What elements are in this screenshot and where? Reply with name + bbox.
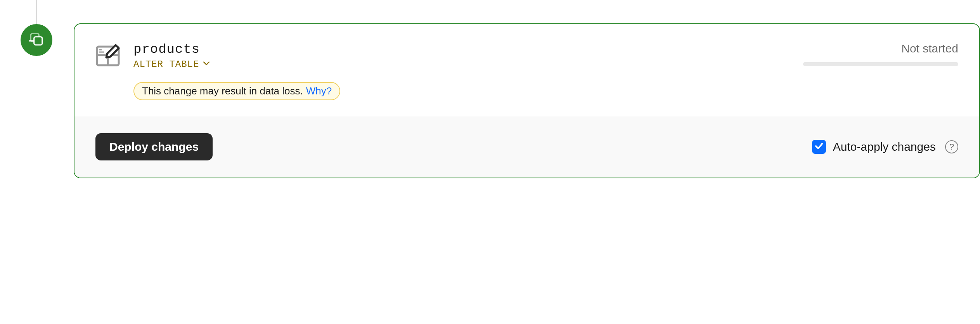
status-text: Not started bbox=[901, 42, 958, 55]
card-body: products ALTER TABLE Not started bbox=[74, 24, 979, 116]
check-icon bbox=[814, 141, 824, 152]
operation-label: ALTER TABLE bbox=[133, 59, 199, 70]
item-row: products ALTER TABLE Not started bbox=[95, 42, 958, 70]
card-footer: Deploy changes Auto-apply changes ? bbox=[74, 116, 979, 178]
change-card: products ALTER TABLE Not started bbox=[74, 23, 980, 178]
svg-rect-1 bbox=[34, 37, 42, 45]
timeline-badge bbox=[21, 24, 52, 56]
progress-bar bbox=[803, 62, 958, 66]
warning-pill: This change may result in data loss. Why… bbox=[133, 82, 340, 100]
auto-apply-checkbox[interactable] bbox=[812, 140, 826, 154]
overlap-squares-icon bbox=[28, 31, 45, 49]
help-icon[interactable]: ? bbox=[945, 140, 958, 153]
operation-dropdown[interactable]: ALTER TABLE bbox=[133, 59, 782, 70]
warning-why-link[interactable]: Why? bbox=[306, 85, 332, 97]
auto-apply-label: Auto-apply changes bbox=[833, 140, 936, 153]
timeline-column bbox=[0, 0, 74, 56]
item-details: products ALTER TABLE bbox=[133, 42, 782, 70]
deploy-panel: products ALTER TABLE Not started bbox=[0, 0, 980, 178]
table-name: products bbox=[133, 42, 782, 57]
chevron-down-icon bbox=[203, 59, 210, 70]
table-edit-icon bbox=[95, 44, 120, 68]
timeline-connector bbox=[36, 0, 37, 24]
warning-message: This change may result in data loss. bbox=[142, 85, 303, 97]
footer-right: Auto-apply changes ? bbox=[812, 140, 958, 154]
status-column: Not started bbox=[795, 42, 958, 66]
deploy-button[interactable]: Deploy changes bbox=[95, 133, 213, 160]
